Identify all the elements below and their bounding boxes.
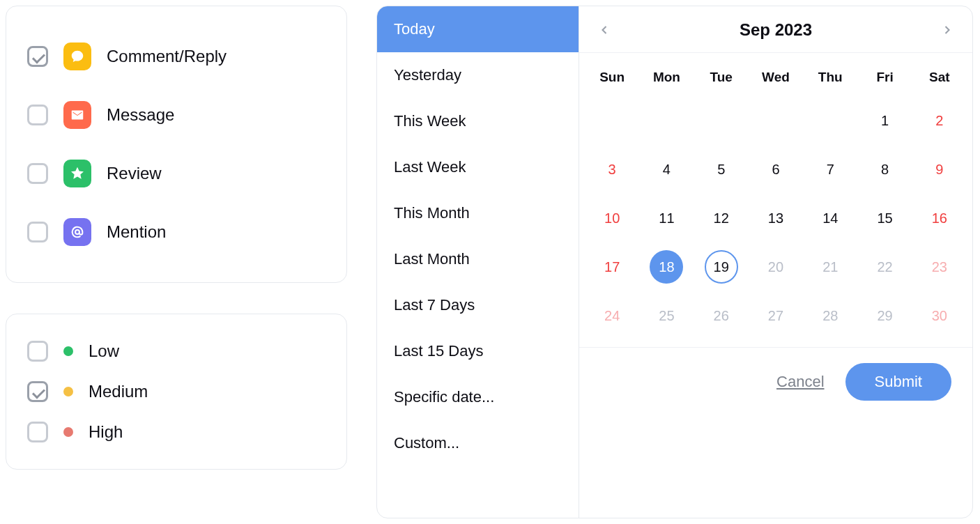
- checkbox[interactable]: [27, 422, 48, 442]
- calendar-day[interactable]: 21: [803, 242, 857, 291]
- priority-filter-item[interactable]: High: [23, 412, 330, 452]
- priority-filter-card: LowMediumHigh: [6, 314, 347, 470]
- type-filter-label: Review: [107, 164, 162, 183]
- priority-filter-label: Medium: [89, 382, 148, 401]
- calendar-day: [585, 96, 639, 145]
- checkbox[interactable]: [27, 46, 48, 67]
- checkbox[interactable]: [27, 222, 48, 242]
- calendar-day-number: 11: [650, 201, 683, 235]
- calendar-day[interactable]: 7: [803, 145, 857, 194]
- mail-icon: [63, 101, 91, 129]
- day-of-week-label: Sun: [585, 70, 639, 96]
- calendar-day-number: 27: [759, 299, 793, 332]
- day-of-week-label: Fri: [857, 70, 912, 96]
- calendar-day[interactable]: 8: [857, 145, 912, 194]
- calendar-day[interactable]: 16: [912, 194, 967, 242]
- date-preset-item[interactable]: Specific date...: [377, 374, 579, 420]
- priority-filter-item[interactable]: Low: [23, 331, 330, 371]
- calendar-day[interactable]: 1: [857, 96, 912, 145]
- date-preset-item[interactable]: Today: [377, 6, 579, 52]
- calendar-day[interactable]: 20: [749, 242, 803, 291]
- date-preset-item[interactable]: Last Month: [377, 236, 579, 282]
- calendar-day[interactable]: 18: [639, 242, 694, 291]
- calendar-day-number: 10: [595, 201, 629, 235]
- calendar-day[interactable]: 17: [585, 242, 639, 291]
- date-preset-item[interactable]: Last 7 Days: [377, 282, 579, 328]
- calendar-day[interactable]: 4: [639, 145, 694, 194]
- calendar-day: [749, 96, 803, 145]
- calendar-day[interactable]: 22: [857, 242, 912, 291]
- calendar-day[interactable]: 25: [639, 291, 694, 340]
- date-preset-item[interactable]: Custom...: [377, 420, 579, 466]
- prev-month-button[interactable]: [597, 23, 611, 37]
- calendar-day-number: [759, 104, 793, 137]
- calendar-day[interactable]: 3: [585, 145, 639, 194]
- date-preset-item[interactable]: This Month: [377, 190, 579, 236]
- priority-filter-item[interactable]: Medium: [23, 371, 330, 412]
- calendar-day[interactable]: 24: [585, 291, 639, 340]
- calendar-day[interactable]: 9: [912, 145, 967, 194]
- calendar-day-number: 19: [705, 250, 738, 284]
- date-preset-item[interactable]: This Week: [377, 98, 579, 144]
- calendar-day[interactable]: 30: [912, 291, 967, 340]
- calendar-day[interactable]: 23: [912, 242, 967, 291]
- date-preset-item[interactable]: Last Week: [377, 144, 579, 190]
- date-preset-list: TodayYesterdayThis WeekLast WeekThis Mon…: [377, 6, 579, 518]
- priority-dot-icon: [63, 346, 73, 356]
- calendar-day-number: 9: [923, 153, 956, 186]
- calendar-day-number: 20: [759, 250, 793, 284]
- calendar-day: [639, 96, 694, 145]
- calendar-day[interactable]: 19: [694, 242, 749, 291]
- calendar-day-number: 2: [923, 104, 956, 137]
- checkbox[interactable]: [27, 341, 48, 362]
- calendar-day-number: 13: [759, 201, 793, 235]
- calendar-pane: Sep 2023 SunMonTueWedThuFriSat1234567891…: [579, 6, 972, 518]
- calendar-day-number: 12: [705, 201, 738, 235]
- type-filter-item[interactable]: Comment/Reply: [23, 27, 330, 86]
- calendar-day[interactable]: 13: [749, 194, 803, 242]
- type-filter-label: Mention: [107, 222, 166, 242]
- calendar-footer: Cancel Submit: [579, 347, 972, 416]
- next-month-button[interactable]: [940, 23, 954, 37]
- calendar-day-number: [705, 104, 738, 137]
- checkbox[interactable]: [27, 163, 48, 184]
- calendar-day-number: [813, 104, 847, 137]
- calendar-day-number: 29: [868, 299, 902, 332]
- calendar-day[interactable]: 6: [749, 145, 803, 194]
- date-preset-item[interactable]: Last 15 Days: [377, 328, 579, 374]
- cancel-button[interactable]: Cancel: [776, 373, 824, 391]
- day-of-week-label: Mon: [639, 70, 694, 96]
- type-filter-item[interactable]: Mention: [23, 203, 330, 261]
- calendar-day[interactable]: 28: [803, 291, 857, 340]
- calendar-day-number: 18: [650, 250, 683, 284]
- chat-icon: [63, 43, 91, 70]
- calendar-day[interactable]: 12: [694, 194, 749, 242]
- type-filter-item[interactable]: Review: [23, 144, 330, 203]
- calendar-day: [803, 96, 857, 145]
- calendar-day-number: 1: [868, 104, 902, 137]
- star-icon: [63, 160, 91, 187]
- calendar-day[interactable]: 2: [912, 96, 967, 145]
- checkbox[interactable]: [27, 105, 48, 125]
- calendar-day[interactable]: 14: [803, 194, 857, 242]
- calendar-day[interactable]: 5: [694, 145, 749, 194]
- calendar-day[interactable]: 15: [857, 194, 912, 242]
- submit-button[interactable]: Submit: [845, 363, 951, 401]
- calendar-day[interactable]: 11: [639, 194, 694, 242]
- checkbox[interactable]: [27, 381, 48, 402]
- calendar-day[interactable]: 29: [857, 291, 912, 340]
- calendar-day-number: [650, 104, 683, 137]
- calendar-day-number: 16: [923, 201, 956, 235]
- calendar-day-number: 4: [650, 153, 683, 186]
- type-filter-item[interactable]: Message: [23, 86, 330, 144]
- calendar-day-number: 14: [813, 201, 847, 235]
- type-filter-label: Message: [107, 105, 174, 125]
- calendar-day-number: 22: [868, 250, 902, 284]
- priority-dot-icon: [63, 427, 73, 437]
- calendar-day[interactable]: 10: [585, 194, 639, 242]
- calendar-day[interactable]: 27: [749, 291, 803, 340]
- calendar-day[interactable]: 26: [694, 291, 749, 340]
- date-preset-item[interactable]: Yesterday: [377, 52, 579, 98]
- day-of-week-label: Sat: [912, 70, 967, 96]
- type-filter-card: Comment/ReplyMessageReviewMention: [6, 6, 347, 283]
